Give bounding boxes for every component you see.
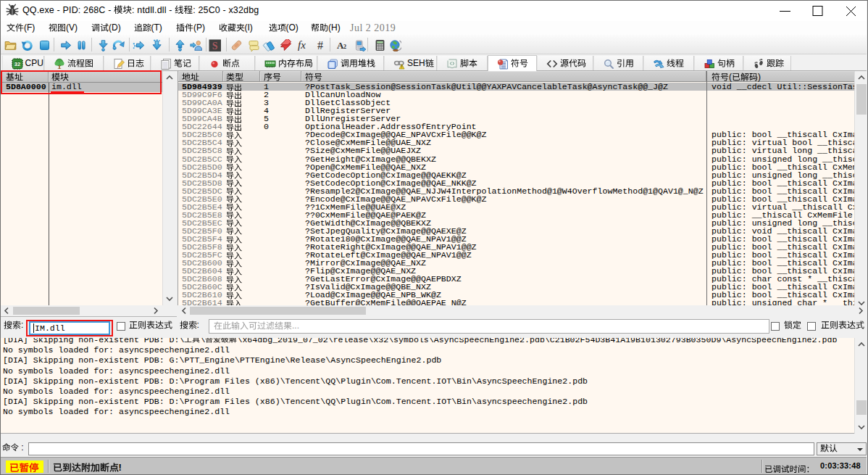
svg-text:!: ! — [401, 65, 403, 69]
svg-text:S: S — [212, 41, 218, 51]
svg-text:2: 2 — [343, 44, 346, 50]
svg-text:32: 32 — [14, 61, 20, 67]
svg-text:fx: fx — [298, 39, 306, 51]
svg-text:#: # — [317, 39, 323, 51]
